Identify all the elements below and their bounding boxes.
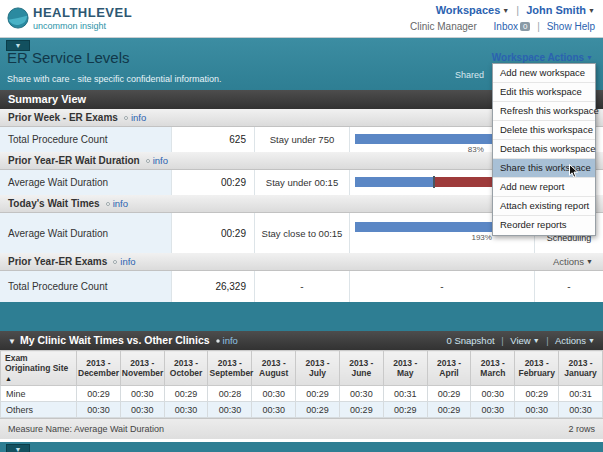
value-cell: 00:30	[559, 402, 603, 418]
chevron-down-icon: ▼	[586, 337, 595, 344]
chevron-down-icon: ▼	[584, 258, 593, 265]
clinic-panel-toolbar: 0 Snapshot | View▼ | Actions▼	[446, 331, 595, 350]
workspace-actions-button[interactable]: Workspace Actions▼	[492, 52, 593, 63]
view-menu-button[interactable]: View	[510, 335, 530, 346]
measure-label: Average Wait Duration	[0, 213, 172, 253]
column-header[interactable]: 2013 - September	[208, 351, 252, 386]
value-cell: 00:30	[471, 386, 515, 402]
column-header[interactable]: 2013 - February	[515, 351, 559, 386]
clinic-panel-header: ▼My Clinic Wait Times vs. Other Clinicsi…	[0, 331, 603, 350]
menu-item-edit-this-workspace[interactable]: Edit this workspace	[493, 83, 595, 102]
value-cell: 00:30	[120, 386, 164, 402]
empty-value: -	[535, 271, 603, 302]
value-cell: 00:29	[77, 386, 121, 402]
summary-title: Summary View	[8, 93, 86, 105]
caret-down-icon: ▼	[15, 42, 22, 49]
column-header[interactable]: 2013 - May	[383, 351, 427, 386]
value-cell: 00:29	[427, 402, 471, 418]
menu-item-add-new-workspace[interactable]: Add new workspace	[493, 64, 595, 83]
menu-item-add-new-report[interactable]: Add new report	[493, 178, 595, 197]
snapshot-link[interactable]: 0 Snapshot	[446, 335, 494, 346]
percent-label: 193%	[471, 233, 491, 242]
row-count-label: 2 rows	[568, 419, 595, 439]
column-header[interactable]: 2013 - August	[252, 351, 296, 386]
separator: |	[542, 335, 552, 346]
menu-item-attach-existing-report[interactable]: Attach existing report	[493, 197, 595, 216]
role-label: Clinic Manager	[410, 21, 491, 32]
actions-menu-button[interactable]: Actions	[555, 335, 586, 346]
menu-item-refresh-this-workspace[interactable]: Refresh this workspace	[493, 102, 595, 121]
value-cell: 00:30	[339, 386, 383, 402]
empty-value: -	[255, 271, 350, 302]
measure-label: Total Procedure Count	[0, 127, 172, 152]
collapse-triangle-icon[interactable]: ▼	[8, 337, 20, 346]
bar-fill	[355, 177, 433, 187]
site-cell: Mine	[1, 386, 77, 402]
column-header[interactable]: Exam Originating Site ▲	[1, 351, 77, 386]
shared-label: Shared	[455, 70, 484, 80]
column-header[interactable]: 2013 - March	[471, 351, 515, 386]
clinic-table-header-row: Exam Originating Site ▲2013 - December20…	[1, 351, 603, 386]
value-cell: 00:29	[296, 386, 340, 402]
menu-item-reorder-reports[interactable]: Reorder reports	[493, 216, 595, 235]
next-workspace-collapse-button[interactable]: ▼	[6, 444, 30, 452]
column-header[interactable]: 2013 - October	[164, 351, 208, 386]
menu-item-delete-this-workspace[interactable]: Delete this workspace	[493, 121, 595, 140]
brand-name: HEALTHLEVEL	[33, 5, 132, 20]
inbox-link[interactable]: Inbox	[494, 21, 518, 32]
info-link[interactable]: info	[153, 155, 168, 166]
clinic-table: Exam Originating Site ▲2013 - December20…	[0, 350, 603, 418]
separator: |	[533, 21, 544, 32]
brand: HEALTHLEVEL uncommon insight	[33, 5, 132, 31]
column-header[interactable]: 2013 - April	[427, 351, 471, 386]
info-bullet-icon	[146, 159, 150, 163]
column-header[interactable]: 2013 - June	[339, 351, 383, 386]
clinic-comparison-panel: ▼My Clinic Wait Times vs. Other Clinicsi…	[0, 331, 603, 442]
column-header[interactable]: 2013 - July	[296, 351, 340, 386]
value-cell: 00:30	[77, 402, 121, 418]
value-cell: 00:29	[164, 386, 208, 402]
clinic-table-body: Mine00:2900:3000:2900:2800:3000:2900:300…	[1, 386, 603, 418]
sort-ascending-icon: ▲	[5, 375, 12, 382]
separator: |	[497, 335, 507, 346]
bar-fill	[355, 134, 494, 144]
info-link[interactable]: info	[120, 256, 135, 267]
table-row[interactable]: Others00:3000:3000:3000:3000:3000:2900:2…	[1, 402, 603, 418]
clinic-table-footer: Measure Name: Average Wait Duration 2 ro…	[0, 418, 603, 439]
info-link[interactable]: info	[113, 198, 128, 209]
section-actions-button[interactable]: Actions▼	[553, 253, 593, 270]
info-bullet-icon	[216, 339, 220, 343]
value-cell: 00:29	[296, 402, 340, 418]
info-bullet-icon	[124, 116, 128, 120]
value-cell: 00:30	[252, 386, 296, 402]
value-cell: 00:30	[208, 402, 252, 418]
inbox-count-badge: 0	[520, 22, 530, 31]
value-cell: 00:31	[559, 386, 603, 402]
show-help-link[interactable]: Show Help	[547, 21, 595, 32]
info-link[interactable]: info	[131, 112, 146, 123]
section-header-prior-year-er-exams: Prior Year-ER Examsinfo Actions▼	[0, 253, 603, 271]
target-text: Stay close to 00:15	[255, 213, 350, 253]
healthlevel-logo-icon	[7, 7, 29, 29]
measure-label: Average Wait Duration	[0, 170, 172, 195]
value-cell: 00:29	[383, 402, 427, 418]
menu-item-detach-this-workspace[interactable]: Detach this workspace	[493, 140, 595, 159]
measure-value: 26,329	[172, 271, 255, 302]
menu-item-share-this-workspace[interactable]: Share this workspace	[493, 159, 595, 178]
caret-down-icon: ▼	[15, 446, 22, 452]
value-cell: 00:30	[515, 402, 559, 418]
table-row[interactable]: Mine00:2900:3000:2900:2800:3000:2900:300…	[1, 386, 603, 402]
column-header[interactable]: 2013 - December	[77, 351, 121, 386]
measure-value: 625	[172, 127, 255, 152]
user-menu-link[interactable]: John Smith	[526, 4, 586, 16]
empty-value: -	[350, 271, 535, 302]
target-marker	[433, 176, 435, 188]
info-link[interactable]: info	[223, 335, 238, 346]
summary-row: Total Procedure Count 26,329 - - -	[0, 271, 603, 302]
measure-name-label: Measure Name: Average Wait Duration	[8, 424, 164, 434]
secondary-links: Clinic Manager Inbox0 | Show Help	[410, 21, 595, 32]
column-header[interactable]: 2013 - January	[559, 351, 603, 386]
workspaces-link[interactable]: Workspaces	[436, 4, 501, 16]
column-header[interactable]: 2013 - November	[120, 351, 164, 386]
info-bullet-icon	[113, 260, 117, 264]
